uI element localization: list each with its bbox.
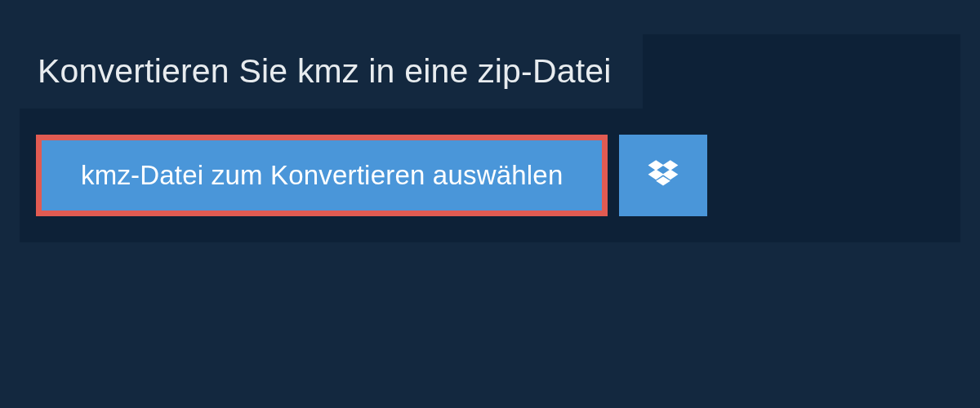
dropbox-icon <box>647 157 679 193</box>
select-file-button[interactable]: kmz-Datei zum Konvertieren auswählen <box>36 135 608 216</box>
action-row: kmz-Datei zum Konvertieren auswählen <box>20 109 960 216</box>
page-title: Konvertieren Sie kmz in eine zip-Datei <box>38 52 612 91</box>
title-container: Konvertieren Sie kmz in eine zip-Datei <box>20 34 643 109</box>
select-file-label: kmz-Datei zum Konvertieren auswählen <box>81 160 563 191</box>
converter-panel: Konvertieren Sie kmz in eine zip-Datei k… <box>20 34 960 242</box>
dropbox-button[interactable] <box>619 135 707 216</box>
